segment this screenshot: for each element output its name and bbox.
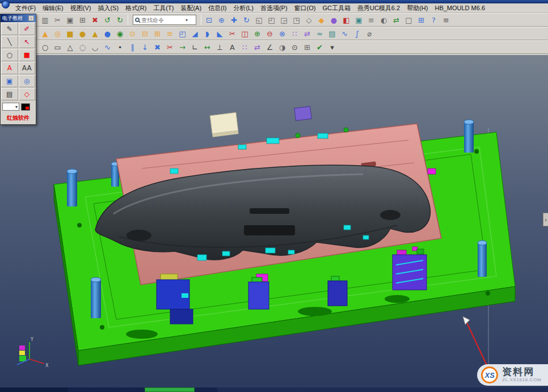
rectangle-button[interactable]: ▭ xyxy=(52,41,64,53)
front-view-button[interactable]: ◱ xyxy=(253,14,265,26)
pattern-feature-button[interactable]: ∷ xyxy=(289,28,301,40)
line-tool[interactable]: ╲ xyxy=(1,36,18,48)
menu-window[interactable]: 窗口(O) xyxy=(292,3,319,13)
iso-view-button[interactable]: ◲ xyxy=(278,14,290,26)
subtract-button[interactable]: ⊖ xyxy=(264,28,276,40)
geometric-constraints-button[interactable]: ⊥ xyxy=(214,41,226,53)
image-tool[interactable]: ▣ xyxy=(1,75,18,87)
rib-button[interactable]: ≡ xyxy=(164,28,176,40)
zoom-tool[interactable]: ◎ xyxy=(19,75,36,87)
pattern-curve-button[interactable]: ∷ xyxy=(239,41,251,53)
pan-button[interactable]: ✚ xyxy=(228,14,240,26)
snap-point-button[interactable]: ⊙ xyxy=(289,41,301,53)
resource-bar-expand-handle[interactable]: › xyxy=(543,213,548,226)
menu-edit[interactable]: 编辑(E) xyxy=(40,3,66,13)
shaded-button[interactable]: ◆ xyxy=(315,14,327,26)
text-tool[interactable]: A xyxy=(1,62,18,74)
menu-format[interactable]: 格式(R) xyxy=(123,3,149,13)
shell-button[interactable]: ◰ xyxy=(176,28,188,40)
studio-render-button[interactable]: ● xyxy=(328,14,340,26)
move-object-button[interactable]: ⇄ xyxy=(390,14,402,26)
paste-button[interactable]: ⊞ xyxy=(77,14,88,26)
unite-button[interactable]: ⊕ xyxy=(251,28,263,40)
revolve-button[interactable]: ◎ xyxy=(52,28,64,40)
intersect-button[interactable]: ⊗ xyxy=(276,28,288,40)
copy-button[interactable]: ▣ xyxy=(64,14,76,26)
fit-view-button[interactable]: ⊡ xyxy=(203,14,215,26)
3d-viewport[interactable]: X Y › XS 资料网 ZL.XS1616.COM xyxy=(0,55,548,387)
oval-tool[interactable]: ○ xyxy=(1,49,18,61)
extrude-button[interactable]: ▲ xyxy=(39,28,51,40)
window-button[interactable]: ⊞ xyxy=(415,14,427,26)
menu-yanxiu-mold[interactable]: 燕秀UC模具6.2 xyxy=(355,3,403,13)
show-constraints-button[interactable]: ∠ xyxy=(264,41,276,53)
taskbar-active-button[interactable] xyxy=(145,387,195,392)
chamfer-button[interactable]: ◢ xyxy=(189,28,201,40)
ellipse-button[interactable]: ◌ xyxy=(77,41,88,53)
measure-button[interactable]: ⌀ xyxy=(364,28,376,40)
search-dropdown-icon[interactable]: ▾ xyxy=(186,18,188,23)
class-selection-button[interactable]: □ xyxy=(403,14,415,26)
menu-file[interactable]: 文件(F) xyxy=(12,3,39,13)
menu-tools[interactable]: 工具(T) xyxy=(150,3,176,13)
cone-button[interactable]: ▲ xyxy=(89,28,101,40)
swept-button[interactable]: ∿ xyxy=(339,28,351,40)
rotate-view-button[interactable]: ↻ xyxy=(241,14,252,26)
circle-button[interactable]: ○ xyxy=(39,41,51,53)
os-taskbar[interactable] xyxy=(0,387,548,392)
spline-button[interactable]: ∿ xyxy=(102,41,113,53)
mirror-feature-button[interactable]: ⇄ xyxy=(301,28,313,40)
palette-color-swatch[interactable] xyxy=(21,103,30,111)
print-button[interactable]: ▥ xyxy=(39,14,51,26)
toolbar-overflow-button[interactable]: ≡ xyxy=(440,14,452,26)
rect-tool[interactable]: ■ xyxy=(19,49,36,61)
block-button[interactable]: ■ xyxy=(64,28,76,40)
menu-preferences[interactable]: 首选项(P) xyxy=(258,3,290,13)
snapshot-button[interactable]: ▣ xyxy=(353,14,365,26)
mirror-curve-button[interactable]: ⇄ xyxy=(251,41,263,53)
diamond-tool[interactable]: ◇ xyxy=(19,88,36,100)
grid-button[interactable]: ⊞ xyxy=(301,41,313,53)
intersect-curve-button[interactable]: ✖ xyxy=(151,41,163,53)
sketch-overflow-button[interactable]: ▾ xyxy=(326,41,338,53)
quick-extend-button[interactable]: → xyxy=(176,41,188,53)
pencil-tool[interactable]: ✎ xyxy=(1,23,18,35)
top-view-button[interactable]: ◰ xyxy=(265,14,277,26)
boss-button[interactable]: ⊙ xyxy=(127,28,138,40)
palette-title-bar[interactable]: 电子教程 ▫ xyxy=(1,14,36,22)
text-aa-tool[interactable]: AA xyxy=(19,62,36,74)
offset-surface-button[interactable]: ≈ xyxy=(314,28,326,40)
split-body-button[interactable]: ◫ xyxy=(239,28,251,40)
menu-hb-mould[interactable]: HB_MOULD M6.6 xyxy=(432,4,488,12)
draft-button[interactable]: ◣ xyxy=(214,28,226,40)
menu-help[interactable]: 帮助(H) xyxy=(404,3,431,13)
polygon-button[interactable]: △ xyxy=(64,41,76,53)
trimetric-view-button[interactable]: ◳ xyxy=(290,14,302,26)
make-corner-button[interactable]: ∟ xyxy=(189,41,201,53)
menu-insert[interactable]: 插入(S) xyxy=(95,3,121,13)
show-hide-button[interactable]: ◐ xyxy=(378,14,390,26)
pad-button[interactable]: ⊞ xyxy=(151,28,163,40)
palette-close-button[interactable]: ▫ xyxy=(28,15,34,21)
undo-button[interactable]: ↺ xyxy=(102,14,113,26)
convert-reference-button[interactable]: ◑ xyxy=(276,41,288,53)
menu-gc-toolbox[interactable]: GC工具箱 xyxy=(319,3,353,13)
sphere-button[interactable]: ● xyxy=(102,28,113,40)
menu-assemblies[interactable]: 装配(A) xyxy=(178,3,204,13)
zoom-button[interactable]: ⊕ xyxy=(216,14,227,26)
edit-section-button[interactable]: ◧ xyxy=(340,14,352,26)
delete-button[interactable]: ✖ xyxy=(89,14,101,26)
pocket-button[interactable]: ⊟ xyxy=(139,28,151,40)
redo-button[interactable]: ↻ xyxy=(114,14,126,26)
arrow-tool[interactable]: ↖ xyxy=(19,36,36,48)
project-curve-button[interactable]: ↓ xyxy=(139,41,151,53)
palette-dropdown[interactable]: ▾ xyxy=(2,103,19,111)
search-input[interactable] xyxy=(141,17,184,23)
rapid-dimension-button[interactable]: ↔ xyxy=(201,41,213,53)
offset-curve-button[interactable]: ∥ xyxy=(127,41,138,53)
brush-tool[interactable]: ✐ xyxy=(19,23,36,35)
point-button[interactable]: • xyxy=(114,41,126,53)
hole-button[interactable]: ◉ xyxy=(114,28,126,40)
trim-body-button[interactable]: ✂ xyxy=(226,28,238,40)
menu-analysis[interactable]: 分析(L) xyxy=(230,3,256,13)
